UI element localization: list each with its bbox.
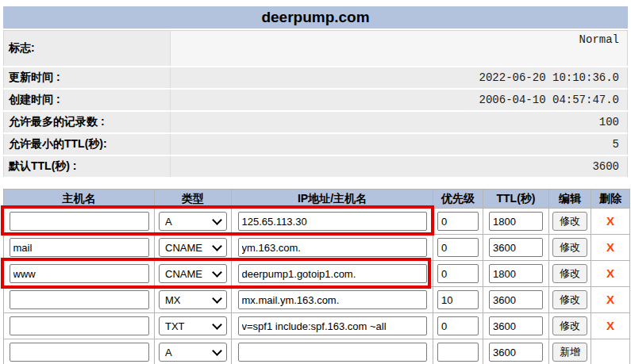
host-input[interactable]	[10, 290, 149, 309]
info-label: 创建时间 :	[4, 89, 171, 111]
info-value: 2022-06-20 10:10:36.0	[171, 67, 628, 89]
info-row: 允许最多的记录数 : 100	[4, 111, 628, 133]
type-select[interactable]: CNAME	[159, 264, 227, 283]
chevron-down-icon	[212, 346, 222, 356]
info-label: 标志:	[4, 31, 171, 67]
chevron-down-icon	[212, 215, 222, 225]
ttl-input[interactable]	[489, 238, 543, 257]
info-row: 创建时间 : 2006-04-10 04:57:47.0	[4, 89, 628, 111]
type-select[interactable]: TXT	[159, 316, 227, 335]
chevron-down-icon	[212, 320, 222, 330]
priority-input[interactable]	[437, 238, 479, 257]
host-input[interactable]	[10, 343, 149, 362]
info-value: 100	[171, 111, 628, 133]
record-value-input[interactable]	[238, 290, 427, 309]
priority-input[interactable]	[437, 212, 479, 231]
add-button[interactable]: 新增	[552, 343, 587, 362]
priority-input[interactable]	[437, 316, 479, 335]
info-value: Normal	[171, 31, 628, 67]
ttl-input[interactable]	[489, 264, 543, 283]
host-input[interactable]	[10, 316, 149, 335]
delete-link[interactable]: X	[606, 240, 614, 254]
col-header-delete: 删除	[591, 190, 630, 209]
domain-title: deerpump.com	[3, 6, 628, 29]
modify-button[interactable]: 修改	[552, 212, 587, 231]
info-label: 允许最小的TTL(秒):	[4, 133, 171, 155]
ttl-input[interactable]	[489, 343, 543, 362]
chevron-down-icon	[212, 267, 222, 278]
priority-input[interactable]	[437, 264, 479, 283]
type-select[interactable]: A	[159, 343, 227, 362]
type-select[interactable]: A	[159, 212, 227, 231]
record-value-input[interactable]	[238, 343, 427, 362]
col-header-type: 类型	[155, 190, 232, 209]
record-value-input[interactable]	[238, 212, 427, 231]
record-row: CNAME 修改 X	[4, 261, 630, 287]
modify-button[interactable]: 修改	[552, 264, 587, 283]
info-row: 标志: Normal	[4, 31, 628, 67]
host-input[interactable]	[10, 264, 149, 283]
info-value: 3600	[171, 155, 628, 178]
chevron-down-icon	[212, 241, 222, 251]
modify-button[interactable]: 修改	[552, 290, 587, 309]
modify-button[interactable]: 修改	[552, 238, 587, 257]
host-input[interactable]	[10, 212, 149, 231]
type-select-value: A	[165, 216, 172, 228]
modify-button[interactable]: 修改	[552, 316, 587, 335]
delete-link[interactable]: X	[606, 266, 614, 280]
dns-records-table: 主机名 类型 IP地址/主机名 优先级 TTL(秒) 编辑 删除 A 修改 X …	[3, 189, 630, 364]
ttl-input[interactable]	[489, 290, 543, 309]
domain-info-table: 标志: Normal 更新时间 : 2022-06-20 10:10:36.0 …	[3, 30, 628, 178]
record-value-input[interactable]	[238, 238, 427, 257]
type-select-value: CNAME	[165, 268, 202, 280]
type-select-value: MX	[165, 294, 181, 306]
priority-input[interactable]	[437, 290, 479, 309]
delete-link[interactable]: X	[606, 319, 614, 332]
col-header-value: IP地址/主机名	[232, 190, 433, 209]
info-value: 5	[171, 133, 628, 155]
type-select[interactable]: MX	[159, 290, 227, 309]
info-value: 2006-04-10 04:57:47.0	[171, 89, 628, 111]
chevron-down-icon	[212, 293, 222, 304]
info-label: 允许最多的记录数 :	[4, 111, 171, 133]
ttl-input[interactable]	[489, 316, 543, 335]
info-row: 更新时间 : 2022-06-20 10:10:36.0	[4, 67, 628, 89]
col-header-ttl: TTL(秒)	[483, 190, 549, 209]
record-value-input[interactable]	[238, 264, 427, 283]
delete-link[interactable]: X	[606, 214, 614, 228]
record-row: MX 修改 X	[4, 287, 630, 313]
record-row: CNAME 修改 X	[4, 235, 630, 261]
info-row: 允许最小的TTL(秒): 5	[4, 133, 628, 155]
info-label: 默认TTL(秒) :	[4, 155, 171, 178]
type-select-value: TXT	[165, 320, 185, 332]
record-row: A 修改 X	[4, 209, 630, 235]
type-select-value: CNAME	[165, 242, 202, 254]
record-row: TXT 修改 X	[4, 313, 630, 339]
host-input[interactable]	[10, 238, 149, 257]
ttl-input[interactable]	[489, 212, 543, 231]
delete-link[interactable]: X	[606, 293, 614, 306]
info-row: 默认TTL(秒) : 3600	[4, 155, 628, 178]
type-select-value: A	[165, 347, 172, 358]
record-row: A 新增	[4, 339, 630, 364]
records-header-row: 主机名 类型 IP地址/主机名 优先级 TTL(秒) 编辑 删除	[4, 190, 630, 209]
priority-input[interactable]	[437, 343, 479, 362]
record-value-input[interactable]	[238, 316, 427, 335]
info-label: 更新时间 :	[4, 67, 171, 89]
type-select[interactable]: CNAME	[159, 238, 227, 257]
col-header-priority: 优先级	[433, 190, 483, 209]
col-header-host: 主机名	[4, 190, 155, 209]
col-header-edit: 编辑	[549, 190, 591, 209]
